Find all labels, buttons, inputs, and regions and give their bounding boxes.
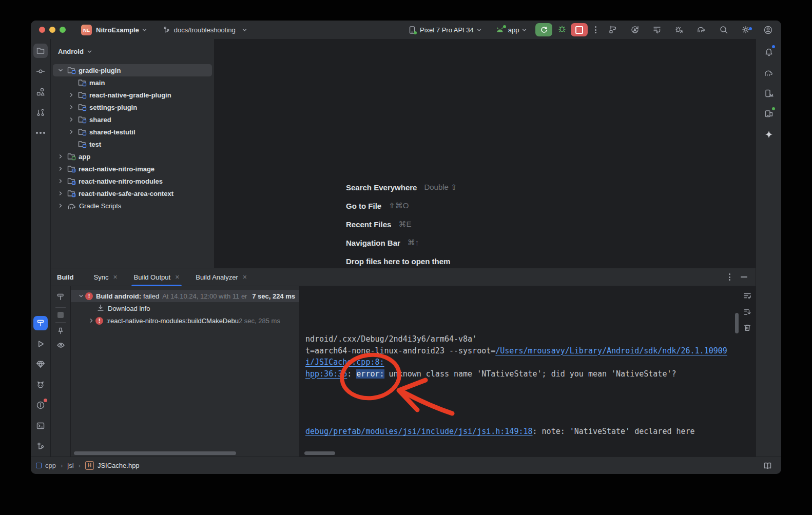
tree-item-react-native-nitro-modules[interactable]: react-native-nitro-modules [53,175,212,187]
attach-debugger-button[interactable] [674,25,684,34]
pin-tab-button[interactable] [56,327,65,337]
project-badge[interactable]: NE [81,25,92,35]
version-control-tool-button[interactable] [33,439,48,453]
run-configuration-selector[interactable]: app [508,26,519,34]
macos-minimize-button[interactable] [49,27,55,33]
close-icon[interactable]: × [113,273,117,281]
apply-changes-button[interactable] [630,25,640,34]
problems-badge [44,399,47,402]
app-quality-insights-tool-button[interactable] [33,357,48,371]
bug-icon [557,24,567,33]
gemini-tool-button[interactable] [762,127,776,142]
clear-all-button[interactable] [743,324,751,334]
console-file-link[interactable]: i/JSICache.cpp:8: [305,358,384,367]
phone-android-icon [764,89,774,98]
tab-build-analyzer[interactable]: Build Analyzer × [193,268,249,286]
build-output-tree: Build android: failed At 14.10.24, 12:00… [71,286,299,457]
tree-item-gradle-scripts[interactable]: Gradle Scripts [53,200,212,212]
console-file-link[interactable]: /Users/mrousavy/Library/Android/sdk/ndk/… [495,346,727,355]
vertical-scrollbar[interactable] [735,313,739,333]
running-devices-tool-button[interactable] [762,86,776,101]
notifications-tool-button[interactable] [762,45,776,60]
apply-code-changes-button[interactable] [652,25,662,34]
horizontal-scrollbar[interactable] [304,451,335,455]
tab-build-output[interactable]: Build Output × [131,268,182,286]
shortcut-keys: ⇧⌘O [389,201,409,210]
chevron-right-icon [68,92,74,98]
breadcrumb-root-icon [36,463,42,468]
pull-request-icon [36,108,45,117]
debug-button[interactable] [557,24,567,35]
project-name[interactable]: NitroExample [96,26,139,34]
console-error-highlight: error: [356,369,384,379]
breadcrumb-cpp[interactable]: cpp [45,462,56,469]
tree-item-react-native-safe-area-context[interactable]: react-native-safe-area-context [53,187,212,200]
shapes-icon [36,87,45,96]
reader-mode-button[interactable] [763,462,772,470]
tree-item-test[interactable]: test [53,138,212,150]
breadcrumb-file[interactable]: JSICache.hpp [98,462,140,469]
device-selector[interactable]: Pixel 7 Pro API 34 [420,26,474,34]
console-file-link[interactable]: hpp:36:36 [305,369,347,379]
scroll-to-end-button[interactable] [743,308,751,318]
build-tool-button[interactable] [33,316,48,330]
pull-requests-tool-button[interactable] [33,105,48,120]
filter-view-button[interactable] [56,341,65,351]
stop-button[interactable] [571,23,588,36]
more-run-options-icon[interactable] [595,26,596,33]
project-view-selector[interactable]: Android [58,48,84,55]
build-panel-options-icon[interactable] [729,273,730,281]
macos-close-button[interactable] [39,27,45,33]
tree-item-app[interactable]: app [53,150,212,163]
scroll-to-end-icon [743,308,751,316]
terminal-tool-button[interactable] [33,419,48,433]
vcs-branch-widget[interactable]: docs/troubleshooting [163,26,247,34]
more-tool-windows-button[interactable] [33,126,48,140]
search-everywhere-button[interactable] [719,25,728,34]
horizontal-scrollbar[interactable] [74,451,236,455]
library-module-icon [67,189,76,197]
problems-tool-button[interactable] [33,398,48,412]
bell-icon [764,48,774,57]
project-tool-button[interactable] [33,44,48,58]
stop-build-button[interactable] [57,312,64,318]
editor-area[interactable]: Search EverywhereDouble ⇧ Go to File⇧⌘O … [215,39,756,268]
console-file-link[interactable]: debug/prefab/modules/jsi/include/jsi/jsi… [305,427,533,436]
attach-debugger-icon [674,25,684,34]
commit-tool-button[interactable] [33,64,48,78]
tree-item-react-native-gradle-plugin[interactable]: react-native-gradle-plugin [53,89,212,101]
gradle-sync-button[interactable] [697,25,706,34]
build-header: Build Sync × Build Output × Build Analyz… [51,268,756,286]
tree-item-shared[interactable]: shared [53,113,212,126]
build-node-download-info[interactable]: Download info [71,302,299,314]
tree-item-settings-plugin[interactable]: settings-plugin [53,101,212,113]
logcat-tool-button[interactable] [33,378,48,392]
tree-item-gradle-plugin[interactable]: gradle-plugin [53,64,212,76]
left-tool-stripe [31,39,51,457]
build-root-node[interactable]: Build android: failed At 14.10.24, 12:00… [71,290,299,302]
rerun-build-button[interactable] [56,293,65,303]
device-manager-tool-button[interactable] [762,107,776,121]
resource-manager-tool-button[interactable] [33,85,48,99]
close-icon[interactable]: × [243,273,247,281]
tree-item-shared-testutil[interactable]: shared-testutil [53,126,212,138]
run-tool-button[interactable] [33,336,48,351]
tree-item-main[interactable]: main [53,76,212,89]
macos-zoom-button[interactable] [60,27,66,33]
rerun-button[interactable] [535,23,552,36]
shortcut-label: Recent Files [346,220,391,229]
hide-panel-icon[interactable] [741,276,747,278]
account-button[interactable] [763,25,773,35]
settings-button[interactable] [741,25,750,34]
close-icon[interactable]: × [175,273,179,281]
build-console[interactable]: ndroid/.cxx/Debug/2nd4i3y6/arm64-v8a' t=… [299,286,739,457]
right-tool-stripe [756,39,781,457]
build-node-cmake-task[interactable]: :react-native-nitro-modules:buildCMakeDe… [71,314,299,327]
gem-icon [36,360,45,369]
gradle-tool-button[interactable] [762,66,776,80]
tree-item-react-native-nitro-image[interactable]: react-native-nitro-image [53,163,212,175]
breadcrumb-jsi[interactable]: jsi [67,462,73,469]
soft-wrap-button[interactable] [743,292,751,302]
build-project-button[interactable] [608,25,617,34]
tab-sync[interactable]: Sync × [91,268,120,286]
